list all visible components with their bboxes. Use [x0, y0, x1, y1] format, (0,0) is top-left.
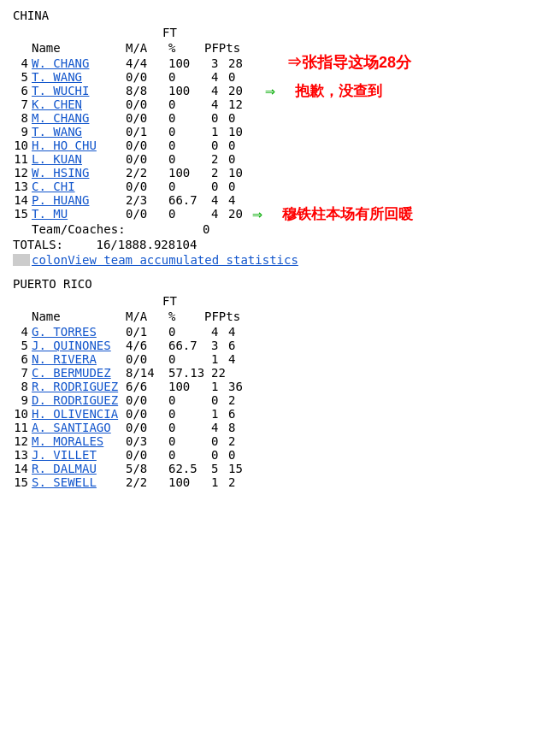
china-player-5-link: T. WANG — [32, 70, 82, 84]
china-title: CHINA — [13, 9, 547, 22]
china-player-7-link: K. CHEN — [32, 97, 82, 111]
china-player-13-link: C. CHI — [32, 180, 75, 193]
china-player-13: 13 C. CHI 0/0 0 0 0 — [13, 180, 547, 193]
pr-player-4-link: G. TORRES — [32, 325, 97, 339]
pr-player-6: 6 N. RIVERA 0/0 0 1 4 — [13, 352, 547, 366]
china-player-5: 5 T. WANG 0/0 0 4 0 — [13, 70, 547, 84]
china-section: CHINA FT Name M/A % PFPts 4 W. CHANG 4/4… — [13, 9, 547, 267]
pr-player-10-link: H. OLIVENCIA — [32, 407, 118, 421]
china-player-8-link: M. CHANG — [32, 111, 89, 125]
flag-icon — [13, 254, 30, 266]
china-player-4-link: W. CHANG — [32, 56, 89, 70]
china-player-11: 11 L. KUAN 0/0 0 2 0 — [13, 152, 547, 166]
pr-player-15: 15 S. SEWELL 2/2 100 1 2 — [13, 475, 547, 489]
pr-player-12: 12 M. MORALES 0/3 0 0 2 — [13, 434, 547, 448]
pr-player-11: 11 A. SANTIAGO 0/0 0 4 8 — [13, 421, 547, 434]
pr-player-8-link: R. RODRIGUEZ — [32, 380, 118, 393]
pr-player-13: 13 J. VILLET 0/0 0 0 0 — [13, 448, 547, 462]
pr-player-9: 9 D. RODRIGUEZ 0/0 0 0 2 — [13, 393, 547, 407]
china-player-9: 9 T. WANG 0/1 0 1 10 — [13, 125, 547, 139]
china-player-8: 8 M. CHANG 0/0 0 0 0 — [13, 111, 547, 125]
china-player-6: 6 T. WUCHI 8/8 100 4 20 ⇒ 抱歉，没查到 — [13, 84, 547, 97]
china-player-12: 12 W. HSING 2/2 100 2 10 — [13, 166, 547, 180]
china-player-12-link: W. HSING — [32, 166, 89, 180]
pr-player-7-link: C. BERMUDEZ — [32, 366, 111, 380]
pr-player-14: 14 R. DALMAU 5/8 62.5 5 15 — [13, 462, 547, 475]
pr-player-13-link: J. VILLET — [32, 448, 97, 462]
china-player-4: 4 W. CHANG 4/4 100 3 28 ⇒张指导这场28分 — [13, 56, 547, 70]
china-player-10: 10 H. HO CHU 0/0 0 0 0 — [13, 139, 547, 152]
pr-player-5-link: J. QUINONES — [32, 339, 111, 352]
china-team-coaches: Team/Coaches: 0 — [13, 222, 547, 236]
china-player-7: 7 K. CHEN 0/0 0 4 12 — [13, 97, 547, 111]
pr-player-11-link: A. SANTIAGO — [32, 421, 111, 434]
annotation-mu: 穆铁柱本场有所回暖 — [282, 204, 413, 224]
pr-player-6-link: N. RIVERA — [32, 352, 97, 366]
china-team-link: colonView team accumulated statistics — [13, 253, 547, 267]
pr-player-10: 10 H. OLIVENCIA 0/0 0 1 6 — [13, 407, 547, 421]
china-player-15-link: T. MU — [32, 207, 68, 221]
pr-player-12-link: M. MORALES — [32, 434, 103, 448]
arrow-mu: ⇒ — [252, 203, 262, 224]
puerto-rico-title: PUERTO RICO — [13, 277, 547, 291]
pr-player-7: 7 C. BERMUDEZ 8/14 57.13 22 — [13, 366, 547, 380]
pr-player-5: 5 J. QUINONES 4/6 66.7 3 6 — [13, 339, 547, 352]
china-player-11-link: L. KUAN — [32, 152, 82, 166]
pr-player-8: 8 R. RODRIGUEZ 6/6 100 1 36 — [13, 380, 547, 393]
pr-player-9-link: D. RODRIGUEZ — [32, 393, 118, 407]
china-player-14-link: P. HUANG — [32, 193, 89, 207]
china-ft-header: FT — [162, 26, 547, 39]
china-totals: TOTALS: 16/1888.928104 — [13, 238, 547, 251]
pr-ft-header: FT — [162, 294, 547, 308]
pr-col-headers: Name M/A % PFPts — [32, 310, 547, 323]
page-wrapper: CHINA FT Name M/A % PFPts 4 W. CHANG 4/4… — [13, 9, 547, 489]
china-player-9-link: T. WANG — [32, 125, 82, 139]
puerto-rico-section: PUERTO RICO FT Name M/A % PFPts 4 G. TOR… — [13, 277, 547, 489]
china-player-15: 15 T. MU 0/0 0 4 20 ⇒ 穆铁柱本场有所回暖 — [13, 207, 547, 221]
china-player-14: 14 P. HUANG 2/3 66.7 4 4 — [13, 193, 547, 207]
china-accumulated-stats-link[interactable]: colonView team accumulated statistics — [32, 253, 298, 267]
china-player-6-link: T. WUCHI — [32, 84, 89, 97]
china-player-10-link: H. HO CHU — [32, 139, 97, 152]
pr-player-14-link: R. DALMAU — [32, 462, 97, 475]
pr-player-15-link: S. SEWELL — [32, 475, 97, 489]
pr-player-4: 4 G. TORRES 0/1 0 4 4 — [13, 325, 547, 339]
